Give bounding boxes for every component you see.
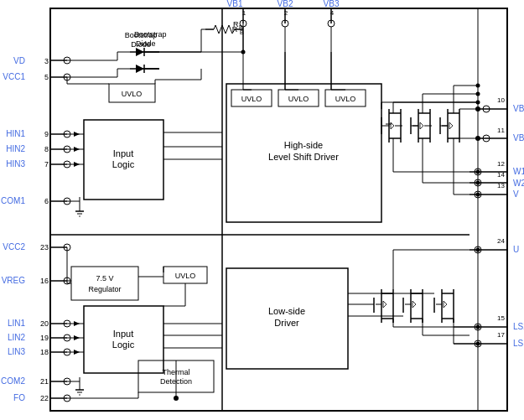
svg-point-287 [476, 101, 480, 105]
svg-marker-208 [74, 147, 80, 152]
svg-text:Level Shift Driver: Level Shift Driver [268, 152, 339, 162]
svg-text:UVLO: UVLO [122, 90, 143, 98]
svg-text:UVLO: UVLO [288, 95, 309, 103]
svg-point-267 [241, 50, 246, 54]
svg-text:7.5 V: 7.5 V [96, 274, 113, 283]
svg-text:Regulator: Regulator [88, 285, 121, 293]
svg-text:8: 8 [44, 145, 49, 153]
svg-point-313 [476, 248, 480, 252]
svg-text:VB2: VB2 [278, 0, 293, 8]
svg-text:VB1: VB1 [227, 0, 243, 8]
svg-text:FO: FO [13, 393, 25, 402]
svg-marker-44 [449, 122, 453, 129]
svg-text:5: 5 [44, 73, 49, 81]
svg-text:VD: VD [13, 56, 25, 65]
svg-text:Bootstrap: Bootstrap [134, 30, 167, 39]
svg-marker-212 [74, 350, 80, 355]
svg-point-290 [476, 92, 480, 96]
svg-point-299 [476, 181, 480, 185]
svg-point-293 [476, 84, 480, 88]
svg-text:HIN3: HIN3 [6, 159, 25, 169]
svg-marker-28 [391, 122, 394, 129]
svg-point-206 [174, 396, 179, 401]
svg-text:Input: Input [113, 329, 133, 339]
svg-text:4: 4 [330, 9, 335, 17]
svg-text:COM2: COM2 [1, 376, 25, 386]
svg-text:B: B [239, 24, 243, 30]
svg-text:HIN1: HIN1 [6, 129, 25, 138]
svg-text:22: 22 [40, 394, 49, 402]
svg-line-97 [214, 25, 215, 29]
svg-text:UVLO: UVLO [175, 272, 196, 280]
svg-marker-115 [136, 65, 144, 73]
svg-text:V: V [513, 189, 519, 199]
svg-text:HIN2: HIN2 [6, 144, 25, 153]
svg-text:VCC1: VCC1 [3, 72, 25, 81]
svg-line-101 [226, 25, 229, 34]
svg-text:16: 16 [40, 277, 49, 285]
svg-text:R: R [233, 20, 239, 29]
svg-marker-93 [136, 48, 144, 56]
svg-text:COM1: COM1 [1, 196, 25, 205]
svg-marker-79 [444, 301, 447, 308]
svg-text:VB3: VB3 [324, 0, 340, 8]
svg-text:U: U [513, 245, 519, 254]
svg-text:High-side: High-side [284, 140, 323, 150]
svg-text:W1: W1 [513, 167, 524, 176]
circuit-diagram: UVLO Bootstrap Diode R B Input Logic Hig… [0, 0, 524, 420]
svg-text:Driver: Driver [274, 318, 299, 328]
svg-text:18: 18 [40, 348, 49, 356]
svg-text:7: 7 [44, 160, 49, 169]
svg-marker-72 [412, 301, 416, 308]
svg-text:LIN3: LIN3 [8, 347, 26, 356]
svg-text:20: 20 [40, 319, 49, 328]
svg-text:2: 2 [284, 9, 288, 17]
svg-point-310 [476, 342, 480, 346]
svg-text:24: 24 [497, 237, 505, 245]
svg-marker-211 [74, 335, 80, 340]
svg-text:1: 1 [242, 9, 246, 17]
svg-text:Logic: Logic [112, 340, 135, 350]
svg-text:LS2: LS2 [513, 322, 524, 331]
svg-marker-207 [74, 132, 80, 137]
svg-text:LS1: LS1 [513, 339, 524, 348]
svg-text:11: 11 [497, 127, 505, 134]
svg-text:15: 15 [497, 314, 505, 322]
svg-marker-210 [74, 321, 80, 326]
svg-text:Diode: Diode [136, 39, 156, 48]
svg-text:9: 9 [44, 130, 49, 138]
svg-text:Input: Input [113, 148, 133, 158]
svg-text:6: 6 [44, 197, 49, 205]
svg-marker-209 [74, 162, 80, 167]
diagram-container: UVLO Bootstrap Diode R B Input Logic Hig… [0, 0, 524, 420]
svg-point-296 [476, 170, 480, 174]
svg-text:VREG: VREG [2, 276, 26, 285]
svg-text:17: 17 [497, 331, 505, 339]
svg-line-98 [215, 25, 219, 34]
svg-point-305 [476, 325, 480, 329]
svg-text:21: 21 [40, 377, 49, 386]
svg-marker-36 [420, 122, 423, 129]
svg-marker-65 [383, 301, 387, 308]
svg-text:VCC2: VCC2 [3, 242, 25, 251]
svg-text:W2: W2 [513, 179, 524, 188]
svg-text:10: 10 [497, 96, 505, 104]
svg-text:Logic: Logic [112, 159, 135, 169]
svg-text:23: 23 [40, 243, 49, 251]
svg-text:19: 19 [40, 334, 49, 342]
svg-text:LIN2: LIN2 [8, 333, 26, 342]
svg-text:VBB2: VBB2 [513, 133, 524, 143]
svg-text:UVLO: UVLO [335, 95, 356, 103]
svg-text:UVLO: UVLO [241, 95, 262, 103]
svg-point-302 [476, 193, 480, 197]
svg-text:3: 3 [44, 57, 49, 65]
svg-rect-45 [71, 267, 138, 300]
svg-text:Low-side: Low-side [268, 306, 305, 316]
svg-text:12: 12 [497, 160, 505, 168]
svg-text:VBB1: VBB1 [513, 104, 524, 113]
svg-text:LIN1: LIN1 [8, 319, 26, 328]
